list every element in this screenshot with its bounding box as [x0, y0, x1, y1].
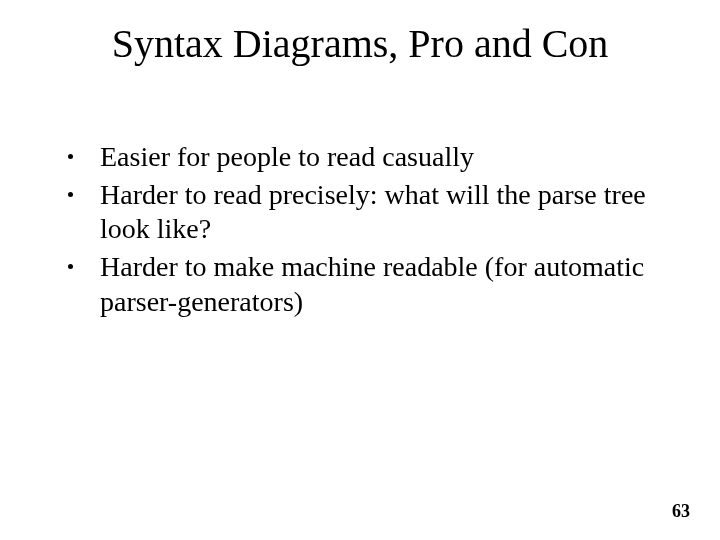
page-number: 63	[672, 501, 690, 522]
bullet-icon	[68, 154, 73, 159]
list-item: Harder to make machine readable (for aut…	[60, 250, 670, 318]
slide-body: Easier for people to read casually Harde…	[60, 140, 670, 323]
bullet-icon	[68, 192, 73, 197]
list-item: Easier for people to read casually	[60, 140, 670, 174]
slide: Syntax Diagrams, Pro and Con Easier for …	[0, 0, 720, 540]
bullet-text: Harder to make machine readable (for aut…	[100, 251, 644, 316]
list-item: Harder to read precisely: what will the …	[60, 178, 670, 246]
bullet-icon	[68, 264, 73, 269]
bullet-list: Easier for people to read casually Harde…	[60, 140, 670, 319]
slide-title: Syntax Diagrams, Pro and Con	[0, 20, 720, 67]
bullet-text: Harder to read precisely: what will the …	[100, 179, 646, 244]
bullet-text: Easier for people to read casually	[100, 141, 474, 172]
